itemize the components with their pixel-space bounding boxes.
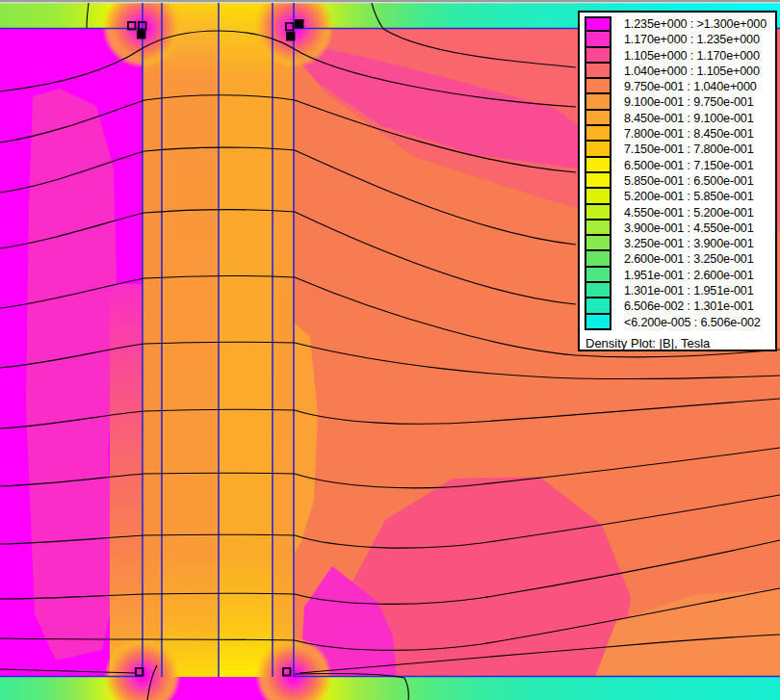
legend-row: 1.105e+000 : 1.170e+000 (585, 48, 775, 64)
legend-row: 1.170e+000 : 1.235e+000 (585, 32, 775, 47)
legend-entry-label: 5.200e-001 : 5.850e-001 (611, 189, 754, 204)
legend-row: 8.450e-001 : 9.100e-001 (585, 111, 775, 126)
legend-entry-label: 3.250e-001 : 3.900e-001 (611, 236, 754, 251)
legend-row: 5.850e-001 : 6.500e-001 (585, 173, 775, 189)
legend-row: 4.550e-001 : 5.200e-001 (585, 205, 775, 220)
legend-entry-label: 1.235e+000 : >1.300e+000 (611, 16, 767, 32)
legend-row: 2.600e-001 : 3.250e-001 (585, 251, 775, 267)
legend-entry-label: 4.550e-001 : 5.200e-001 (611, 205, 754, 220)
window-top-edge (0, 0, 780, 2)
legend-row: 6.506e-002 : 1.301e-001 (585, 298, 775, 314)
legend-entries: 1.235e+000 : >1.300e+0001.170e+000 : 1.2… (585, 16, 775, 330)
legend-box: 1.235e+000 : >1.300e+0001.170e+000 : 1.2… (578, 11, 777, 351)
legend-row: 6.500e-001 : 7.150e-001 (585, 158, 775, 173)
left-transition-band (110, 284, 143, 677)
legend-caption: Density Plot: |B|, Tesla (585, 336, 775, 350)
legend-entry-label: 1.301e-001 : 1.951e-001 (611, 283, 754, 298)
legend-row: 5.200e-001 : 5.850e-001 (585, 189, 775, 204)
legend-entry-label: 7.150e-001 : 7.800e-001 (611, 142, 754, 157)
legend-swatch (585, 313, 611, 330)
legend-row: 3.250e-001 : 3.900e-001 (585, 236, 775, 251)
legend-row: <6.200e-005 : 6.506e-002 (585, 315, 775, 330)
legend-row: 9.100e-001 : 9.750e-001 (585, 94, 775, 110)
legend-entry-label: 2.600e-001 : 3.250e-001 (611, 251, 754, 267)
legend-entry-label: 7.800e-001 : 8.450e-001 (611, 126, 754, 142)
legend-entry-label: 6.500e-001 : 7.150e-001 (611, 158, 754, 173)
legend-entry-label: 9.100e-001 : 9.750e-001 (611, 94, 754, 110)
legend-entry-label: 1.951e-001 : 2.600e-001 (611, 268, 754, 283)
legend-row: 7.800e-001 : 8.450e-001 (585, 126, 775, 142)
bottom-air-strip-right (294, 677, 780, 700)
legend-entry-label: 5.850e-001 : 6.500e-001 (611, 173, 754, 189)
node-marker (296, 20, 303, 28)
legend-row: 1.040e+000 : 1.105e+000 (585, 64, 775, 79)
legend-entry-label: 3.900e-001 : 4.550e-001 (611, 220, 754, 236)
legend-entry-label: 1.170e+000 : 1.235e+000 (611, 32, 760, 47)
femm-postprocessor-view: 1.235e+000 : >1.300e+0001.170e+000 : 1.2… (0, 0, 780, 700)
legend-row: 1.951e-001 : 2.600e-001 (585, 268, 775, 283)
legend-entry-label: 9.750e-001 : 1.040e+000 (611, 79, 757, 94)
legend-entry-label: 1.105e+000 : 1.170e+000 (611, 48, 760, 64)
legend-entry-label: 1.040e+000 : 1.105e+000 (611, 64, 760, 79)
legend-entry-label: 6.506e-002 : 1.301e-001 (611, 298, 754, 314)
window-top-highlight (0, 2, 780, 3)
left-pink-patch (26, 89, 117, 661)
legend-row: 1.301e-001 : 1.951e-001 (585, 283, 775, 298)
legend-row: 9.750e-001 : 1.040e+000 (585, 79, 775, 94)
legend-row: 7.150e-001 : 7.800e-001 (585, 142, 775, 157)
legend-row: 3.900e-001 : 4.550e-001 (585, 220, 775, 236)
legend-row: 1.235e+000 : >1.300e+000 (585, 16, 775, 32)
node-marker (287, 33, 295, 40)
legend-entry-label: 8.450e-001 : 9.100e-001 (611, 111, 754, 126)
node-marker (138, 31, 145, 39)
legend-entry-label: <6.200e-005 : 6.506e-002 (611, 315, 761, 330)
